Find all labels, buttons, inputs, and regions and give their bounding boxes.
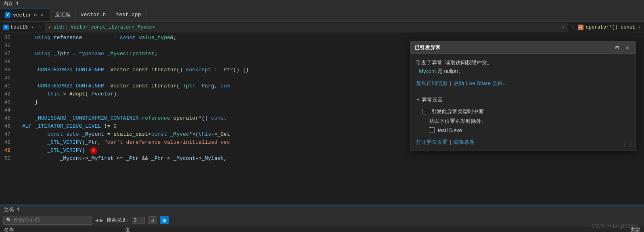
editor-container: 35 36 37 38 39 40 41 42 43 44 45 46 47 4… — [0, 33, 644, 205]
ln-46: 46 — [0, 122, 15, 130]
tab-test-cpp-label: test.cpp — [116, 12, 141, 18]
except-from-locations-label-row: 从以下位置引发时除外: — [416, 116, 630, 126]
breadcrumb-bar: ⊡ test15 ▾ › ⬧ std::_Vector_const_iterat… — [0, 22, 644, 33]
breadcrumb-sep2: › — [571, 24, 575, 30]
ln-47: 47 — [0, 130, 15, 139]
watermark: CSDN @dong132697 — [592, 223, 638, 229]
watch-toolbar: 🔍 ◀ ▶ 搜索深度: 3 ⊡ ▦ — [0, 214, 644, 226]
except-from-label: 从以下位置引发时除外: — [429, 118, 483, 125]
ln-45: 45 — [0, 114, 15, 122]
memory-label: 内存 1 — [3, 0, 19, 7]
search-icon: 🔍 — [6, 218, 12, 223]
ln-42: 42 — [0, 90, 15, 98]
arrow-left[interactable]: ◀ — [95, 217, 98, 224]
break-on-exception-checkbox[interactable]: ✓ — [422, 109, 428, 114]
live-share-link[interactable]: 启动 Live Share 会话... — [454, 80, 507, 87]
code-line-49-text: _STL_VERIFY( ✕ — [22, 147, 97, 155]
settings-section-title: ▼ 异常设置 — [416, 96, 630, 104]
popup-footer-links: 打开异常设置 | 编辑条件 — [416, 135, 630, 146]
tab-vector-h[interactable]: vector.h — [76, 8, 111, 21]
search-input[interactable] — [13, 218, 89, 223]
code-line-41-text: _CONSTEXPR20_CONTAINER _Vector_const_ite… — [22, 82, 230, 90]
edit-conditions-link[interactable]: 编辑条件 — [454, 139, 475, 146]
tab-decompile[interactable]: 反汇编 — [50, 8, 76, 21]
breadcrumb-class[interactable]: ⬧ std::_Vector_const_iterator<_Myvec> ▾ — [45, 23, 568, 32]
breadcrumb-method[interactable]: M operator*() const ▾ — [578, 24, 641, 31]
break-on-exception-row[interactable]: ✓ 引发此异常类型时中断 — [416, 107, 630, 116]
popup-title: 已引发异常 — [414, 44, 441, 51]
ln-41: 41 — [0, 82, 15, 90]
code-line-35: using reference = const value_type&; — [22, 34, 644, 42]
popup-header: 已引发异常 ⊟ ✕ — [410, 41, 636, 54]
vector-tab-icon: V — [5, 12, 10, 18]
watch-col-name: 名称 — [4, 226, 125, 232]
collapse-triangle[interactable]: ▼ — [416, 97, 420, 102]
exception-message: 引发了异常: 读取访问权限冲突。 _Mycont _Mycont 是 nullp… — [416, 59, 630, 76]
line-numbers: 35 36 37 38 39 40 41 42 43 44 45 46 47 4… — [0, 33, 18, 205]
test15-exe-label: test15.exe — [438, 127, 462, 133]
copy-details-link[interactable]: 复制详细信息 — [416, 80, 447, 87]
code-line-47-text: const auto _Mycont = static_cast<const _… — [22, 130, 230, 139]
ln-38: 38 — [0, 58, 15, 66]
depth-input[interactable]: 3 — [132, 217, 145, 224]
search-depth-label: 搜索深度: — [107, 217, 129, 224]
breadcrumb-sep1: › — [38, 24, 42, 30]
breadcrumb-file[interactable]: ⊡ test15 ▾ — [3, 25, 35, 30]
ln-40: 40 — [0, 74, 15, 82]
tab-vector-label: vector — [13, 12, 32, 18]
ln-44: 44 — [0, 106, 15, 114]
ln-50: 50 — [0, 155, 15, 163]
exception-line2: _Mycont _Mycont 是 nullptr。 是 nullptr。 — [416, 67, 630, 76]
watch-col-value: 值 — [125, 226, 592, 232]
file-icon: ⊡ — [3, 25, 9, 30]
break-on-exception-label: 引发此异常类型时中断 — [431, 108, 484, 115]
tab-vector-h-label: vector.h — [81, 12, 106, 18]
method-icon: M — [578, 25, 583, 30]
test15-exe-row[interactable]: test15.exe — [416, 126, 630, 135]
tab-vector[interactable]: V vector ⊡ ✕ — [0, 8, 50, 21]
memory-bar: 内存 1 — [0, 0, 644, 8]
breadcrumb-file-dropdown[interactable]: ▾ — [29, 25, 35, 30]
popup-body: 引发了异常: 读取访问权限冲突。 _Mycont _Mycont 是 nullp… — [410, 54, 636, 151]
ln-36: 36 — [0, 42, 15, 50]
tab-bar: V vector ⊡ ✕ 反汇编 vector.h test.cpp — [0, 8, 644, 22]
popup-pin-button[interactable]: ⊟ — [613, 44, 621, 51]
breadcrumb-class-name: std::_Vector_const_iterator<_Myvec> — [53, 25, 155, 30]
error-circle-icon: ✕ — [90, 147, 97, 154]
code-line-35-text: using reference = const value_type&; — [22, 34, 176, 42]
popup-link-divider: | — [450, 80, 451, 86]
watch-title: 监视 1 — [4, 206, 19, 213]
exception-line1: 引发了异常: 读取访问权限冲突。 — [416, 59, 630, 67]
pin-icon: ⊡ — [34, 12, 37, 17]
tab-test-cpp[interactable]: test.cpp — [111, 8, 146, 21]
ln-39: 39 — [0, 66, 15, 74]
code-line-39-text: _CONSTEXPR20_CONTAINER _Vector_const_ite… — [22, 66, 249, 74]
watch-toolbar-btn2[interactable]: ▦ — [160, 216, 169, 224]
ln-37: 37 — [0, 50, 15, 58]
code-line-45-text: _NODISCARD _CONSTEXPR20_CONTAINER refere… — [22, 114, 227, 122]
code-line-43-text: } — [22, 98, 38, 106]
code-line-37-text: using _Tptr = typename _Myvec::pointer; — [22, 50, 158, 58]
watch-search-field[interactable]: 🔍 — [3, 216, 92, 225]
popup-close-button[interactable]: ✕ — [623, 44, 631, 51]
exception-popup: 已引发异常 ⊟ ✕ 引发了异常: 读取访问权限冲突。 _Mycont _Myco… — [410, 41, 636, 151]
tab-decompile-label: 反汇编 — [55, 11, 71, 19]
test15-exe-checkbox[interactable] — [429, 127, 435, 133]
code-line-50-text: _Mycont->_Myfirst <= _Ptr && _Ptr < _Myc… — [22, 155, 227, 163]
watch-toolbar-btn1[interactable]: ⊡ — [148, 216, 157, 224]
arrow-right[interactable]: ▶ — [100, 217, 103, 224]
watch-panel: 监视 1 🔍 ◀ ▶ 搜索深度: 3 ⊡ ▦ 名称 值 类型 — [0, 205, 644, 232]
search-arrows: ◀ ▶ — [95, 217, 103, 224]
exception-settings: ▼ 异常设置 ✓ 引发此异常类型时中断 从以下位置引发时除外: test15.e… — [416, 92, 630, 146]
popup-controls: ⊟ ✕ — [613, 44, 631, 51]
code-line-48-text: _STL_VERIFY(_Ptr, "can't dereference val… — [22, 139, 230, 147]
resize-handle[interactable]: ⋮⋮ — [622, 141, 633, 148]
watch-columns: 名称 值 类型 — [0, 226, 644, 232]
code-line-42-text: this->_Adopt(_Pvector); — [22, 90, 120, 98]
footer-link-divider: | — [450, 139, 451, 145]
breadcrumb-method-name: operator*() const — [586, 25, 635, 30]
watch-title-bar: 监视 1 — [0, 205, 644, 214]
open-exception-settings-link[interactable]: 打开异常设置 — [416, 139, 447, 146]
ln-48: 48 — [0, 139, 15, 147]
tab-vector-close[interactable]: ✕ — [39, 12, 45, 18]
